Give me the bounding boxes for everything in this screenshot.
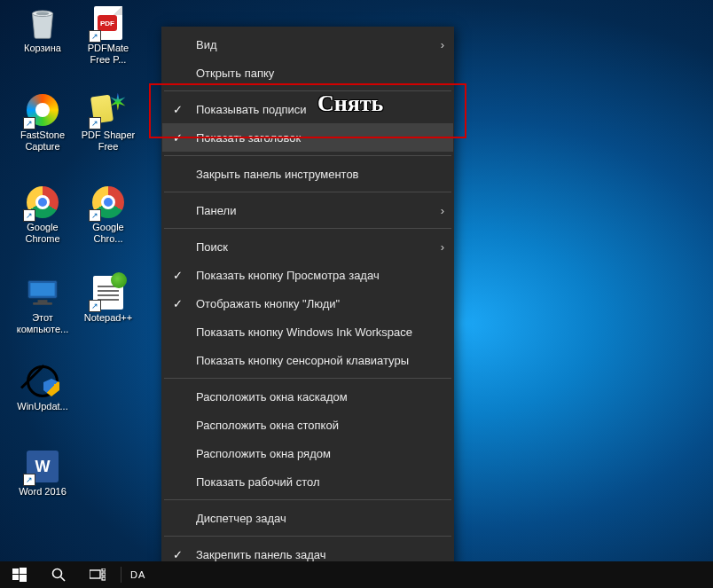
search-button[interactable] (39, 561, 78, 588)
svg-rect-13 (102, 568, 106, 571)
svg-rect-9 (20, 575, 27, 582)
menu-item-view[interactable]: Вид › (162, 30, 453, 59)
recycle-bin-icon (25, 5, 60, 41)
icon-label: Этот компьюте... (12, 312, 73, 335)
faststone-icon: ↗ (25, 92, 60, 128)
shortcut-arrow-icon: ↗ (23, 117, 35, 129)
menu-item-task-manager[interactable]: Диспетчер задач (162, 504, 453, 532)
svg-rect-3 (30, 283, 54, 296)
winupdate-icon (25, 364, 60, 399)
svg-point-10 (53, 569, 62, 578)
menu-item-label: Вид (196, 38, 217, 51)
icon-chrome[interactable]: ↗ Google Chrome (12, 184, 73, 245)
svg-rect-8 (12, 575, 19, 580)
menu-item-label: Панели (196, 204, 236, 217)
pdfshaper-icon: ↗ (90, 92, 126, 128)
icon-winupdate[interactable]: WinUpdat... (12, 364, 73, 412)
icon-label: FastStone Capture (12, 129, 73, 153)
menu-separator (164, 499, 451, 500)
task-view-icon (90, 568, 106, 581)
pdf-document-icon: PDF ↗ (90, 5, 126, 41)
check-icon: ✓ (173, 548, 185, 561)
task-view-button[interactable] (78, 561, 117, 588)
menu-separator (164, 378, 451, 379)
icon-pdfmate[interactable]: PDF ↗ PDFMate Free P... (78, 5, 138, 66)
shortcut-arrow-icon: ↗ (89, 117, 101, 129)
menu-item-label: Расположить окна стопкой (196, 419, 339, 432)
svg-rect-5 (33, 302, 52, 305)
icon-recycle-bin[interactable]: Корзина (12, 5, 73, 54)
menu-item-open-folder[interactable]: Открыть папку (162, 59, 453, 87)
check-icon: ✓ (173, 269, 185, 282)
icon-label: Word 2016 (19, 486, 67, 498)
menu-item-label: Показать кнопку Windows Ink Workspace (196, 325, 412, 339)
taskbar-toolbar-label[interactable]: DA (125, 569, 151, 580)
menu-item-close-toolbar[interactable]: Закрыть панель инструментов (162, 160, 453, 188)
taskbar: DA (0, 561, 713, 588)
menu-item-cascade-windows[interactable]: Расположить окна каскадом (162, 382, 453, 411)
menu-item-panels[interactable]: Панели › (162, 196, 453, 224)
start-button[interactable] (0, 561, 39, 588)
submenu-arrow-icon: › (441, 240, 444, 254)
menu-item-show-title[interactable]: ✓ Показать заголовок (162, 123, 453, 152)
taskbar-context-menu: Вид › Открыть папку ✓ Показывать подписи… (161, 27, 454, 588)
menu-item-label: Поиск (196, 240, 228, 254)
menu-separator (164, 228, 451, 229)
shortcut-arrow-icon: ↗ (23, 474, 35, 486)
menu-item-label: Показать заголовок (196, 131, 301, 145)
icon-notepadpp[interactable]: ↗ Notepad++ (78, 275, 138, 324)
svg-rect-7 (20, 568, 27, 574)
svg-rect-4 (38, 300, 48, 302)
icon-chrome-2[interactable]: ↗ Google Chro... (78, 184, 138, 245)
svg-rect-14 (102, 573, 106, 576)
menu-item-label: Показать кнопку Просмотра задач (196, 269, 380, 282)
menu-item-show-labels[interactable]: ✓ Показывать подписи (162, 95, 453, 123)
icon-pdfshaper[interactable]: ↗ PDF Shaper Free (78, 92, 138, 153)
menu-item-stack-windows[interactable]: Расположить окна стопкой (162, 411, 453, 439)
icon-label: PDF Shaper Free (78, 129, 138, 153)
menu-item-side-by-side-windows[interactable]: Расположить окна рядом (162, 439, 453, 467)
menu-separator (164, 155, 451, 156)
icon-label: Notepad++ (84, 312, 132, 324)
menu-item-show-desktop[interactable]: Показать рабочий стол (162, 467, 453, 496)
icon-label: WinUpdat... (17, 401, 67, 412)
icon-word[interactable]: W ↗ Word 2016 (12, 449, 73, 498)
menu-item-people-button[interactable]: ✓ Отображать кнопку "Люди" (162, 289, 453, 318)
menu-item-label: Показать рабочий стол (196, 475, 319, 489)
notepadpp-icon: ↗ (90, 275, 126, 310)
menu-separator (164, 536, 451, 537)
menu-item-label: Диспетчер задач (196, 512, 286, 525)
submenu-arrow-icon: › (441, 38, 444, 51)
windows-logo-icon (12, 568, 27, 582)
menu-item-label: Открыть папку (196, 67, 274, 80)
menu-item-label: Расположить окна каскадом (196, 390, 348, 404)
menu-separator (164, 90, 451, 91)
menu-item-label: Расположить окна рядом (196, 447, 331, 460)
svg-rect-6 (12, 568, 19, 574)
icon-this-pc[interactable]: Этот компьюте... (12, 275, 73, 335)
svg-rect-15 (102, 577, 106, 580)
menu-item-ink-workspace-button[interactable]: Показать кнопку Windows Ink Workspace (162, 318, 453, 346)
menu-item-search[interactable]: Поиск › (162, 232, 453, 261)
check-icon: ✓ (173, 131, 185, 145)
svg-point-1 (36, 12, 50, 15)
shortcut-arrow-icon: ↗ (89, 209, 101, 222)
menu-separator (164, 192, 451, 192)
icon-faststone[interactable]: ↗ FastStone Capture (12, 92, 73, 153)
menu-item-label: Показать кнопку сенсорной клавиатуры (196, 354, 409, 367)
icon-label: Корзина (24, 43, 61, 54)
search-icon (51, 567, 67, 583)
icon-label: Google Chrome (12, 222, 73, 245)
check-icon: ✓ (173, 103, 185, 116)
chrome-icon: ↗ (25, 184, 60, 220)
menu-item-label: Закрыть панель инструментов (196, 168, 359, 181)
menu-item-label: Показывать подписи (196, 103, 307, 116)
chrome-icon: ↗ (90, 184, 126, 220)
menu-item-touch-keyboard-button[interactable]: Показать кнопку сенсорной клавиатуры (162, 346, 453, 374)
svg-rect-12 (90, 570, 100, 578)
icon-label: Google Chro... (78, 222, 138, 245)
submenu-arrow-icon: › (441, 204, 444, 217)
menu-item-task-view-button[interactable]: ✓ Показать кнопку Просмотра задач (162, 261, 453, 289)
taskbar-separator (121, 567, 121, 583)
shortcut-arrow-icon: ↗ (23, 209, 35, 222)
